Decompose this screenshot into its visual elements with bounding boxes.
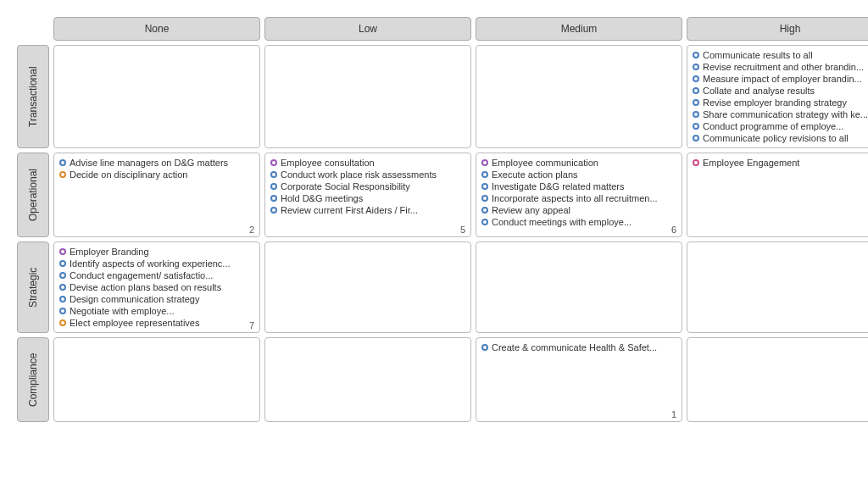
matrix-item[interactable]: Conduct engagement/ satisfactio...: [59, 269, 254, 281]
cell-compliance-none[interactable]: [53, 337, 260, 422]
matrix-item-label: Share communication strategy with ke...: [703, 108, 868, 120]
matrix-item[interactable]: Revise recruitment and other brandin...: [693, 61, 868, 73]
bullet-icon: [481, 195, 488, 202]
matrix-item[interactable]: Conduct programme of employe...: [693, 120, 868, 132]
matrix-item-label: Negotiate with employe...: [70, 305, 175, 317]
cell-transactional-medium[interactable]: [476, 45, 682, 148]
bullet-icon: [693, 111, 699, 118]
matrix-item[interactable]: Employee consultation: [270, 157, 465, 169]
matrix-item[interactable]: Devise action plans based on results: [59, 281, 254, 293]
cell-operational-none[interactable]: Advise line managers on D&G mattersDecid…: [53, 153, 260, 237]
matrix-item[interactable]: Create & communicate Health & Safet...: [481, 341, 676, 353]
bullet-icon: [481, 207, 488, 214]
bullet-icon: [59, 159, 66, 166]
matrix-item-label: Investigate D&G related matters: [492, 180, 625, 192]
matrix-item[interactable]: Employee Engagement: [693, 157, 868, 169]
cell-transactional-high[interactable]: Communicate results to allRevise recruit…: [687, 45, 868, 148]
matrix-item[interactable]: Negotiate with employe...: [59, 305, 254, 317]
bullet-icon: [481, 171, 488, 178]
bullet-icon: [270, 171, 277, 178]
cell-strategic-low[interactable]: [264, 241, 471, 333]
matrix-item-label: Execute action plans: [492, 169, 578, 180]
matrix-item[interactable]: Execute action plans: [481, 169, 676, 180]
matrix-item[interactable]: Employer Branding: [59, 246, 254, 258]
matrix-item[interactable]: Decide on disciplinary action: [59, 169, 254, 180]
bullet-icon: [270, 207, 277, 214]
matrix-item-label: Review any appeal: [492, 204, 570, 216]
bullet-icon: [270, 195, 277, 202]
matrix-item-label: Conduct engagement/ satisfactio...: [70, 269, 213, 281]
matrix-item-label: Conduct work place risk assessments: [281, 169, 437, 180]
matrix-item[interactable]: Share communication strategy with ke...: [693, 108, 868, 120]
cell-count: 1: [671, 409, 676, 419]
cell-transactional-low[interactable]: [264, 45, 471, 148]
matrix-item[interactable]: Conduct work place risk assessments: [270, 169, 465, 180]
col-header-low: Low: [264, 17, 471, 41]
matrix-item[interactable]: Review current First Aiders / Fir...: [270, 204, 465, 216]
matrix-item[interactable]: Corporate Social Responsibility: [270, 180, 465, 192]
bullet-icon: [270, 183, 277, 190]
matrix-item-label: Identify aspects of working experienc...: [70, 258, 231, 269]
matrix-item[interactable]: Review any appeal: [481, 204, 676, 216]
matrix-item[interactable]: Elect employee representatives: [59, 317, 254, 329]
matrix-item-label: Design communication strategy: [70, 293, 199, 305]
cell-transactional-none[interactable]: [53, 45, 260, 148]
row-header-compliance: Compliance: [17, 337, 49, 422]
matrix-item[interactable]: Communicate policy revisions to all: [693, 132, 868, 144]
cell-compliance-high[interactable]: [687, 337, 868, 422]
bullet-icon: [693, 75, 699, 82]
cell-count: 6: [671, 225, 676, 235]
bullet-icon: [59, 319, 66, 326]
cell-compliance-low[interactable]: [264, 337, 471, 422]
bullet-icon: [481, 344, 488, 351]
bullet-icon: [59, 296, 66, 303]
matrix-item[interactable]: Revise employer branding strategy: [693, 97, 868, 108]
matrix-item-label: Decide on disciplinary action: [70, 169, 187, 180]
matrix-item-label: Review current First Aiders / Fir...: [281, 204, 418, 216]
matrix-item[interactable]: Employee communication: [481, 157, 676, 169]
matrix-item[interactable]: Design communication strategy: [59, 293, 254, 305]
bullet-icon: [59, 248, 66, 255]
bullet-icon: [693, 87, 699, 94]
cell-operational-medium[interactable]: Employee communicationExecute action pla…: [476, 153, 682, 237]
cell-strategic-high[interactable]: [687, 241, 868, 333]
matrix-item-label: Incorporate aspects into all recruitmen.…: [492, 192, 658, 204]
matrix-item[interactable]: Advise line managers on D&G matters: [59, 157, 254, 169]
matrix-item-label: Employer Branding: [70, 246, 149, 258]
bullet-icon: [481, 183, 488, 190]
matrix-item[interactable]: Measure impact of employer brandin...: [693, 73, 868, 85]
cell-strategic-none[interactable]: Employer BrandingIdentify aspects of wor…: [53, 241, 260, 333]
cell-count: 2: [249, 225, 254, 235]
bullet-icon: [693, 99, 699, 106]
cell-compliance-medium[interactable]: Create & communicate Health & Safet...1: [476, 337, 682, 422]
bullet-icon: [693, 135, 699, 142]
cell-count: 5: [460, 225, 465, 235]
bullet-icon: [693, 159, 699, 166]
matrix-item-label: Measure impact of employer brandin...: [703, 73, 862, 85]
bullet-icon: [270, 159, 277, 166]
cell-operational-high[interactable]: Employee Engagement1: [687, 153, 868, 237]
matrix-item[interactable]: Communicate results to all: [693, 49, 868, 61]
cell-strategic-medium[interactable]: [476, 241, 682, 333]
matrix-item[interactable]: Hold D&G meetings: [270, 192, 465, 204]
row-header-strategic: Strategic: [17, 241, 49, 333]
matrix-item[interactable]: Incorporate aspects into all recruitmen.…: [481, 192, 676, 204]
bullet-icon: [693, 64, 699, 70]
cell-count: 7: [249, 320, 254, 330]
matrix-item[interactable]: Investigate D&G related matters: [481, 180, 676, 192]
matrix-item-label: Employee Engagement: [703, 157, 799, 169]
bullet-icon: [59, 308, 66, 314]
matrix-item[interactable]: Collate and analyse results: [693, 85, 868, 97]
col-header-none: None: [53, 17, 260, 41]
bullet-icon: [481, 219, 488, 225]
matrix-item-label: Revise employer branding strategy: [703, 97, 847, 108]
cell-operational-low[interactable]: Employee consultationConduct work place …: [264, 153, 471, 237]
matrix-corner: [17, 17, 49, 41]
matrix-item[interactable]: Conduct meetings with employe...: [481, 216, 676, 228]
col-header-medium: Medium: [476, 17, 682, 41]
matrix-item-label: Employee consultation: [281, 157, 375, 169]
matrix-item-label: Conduct programme of employe...: [703, 120, 843, 132]
bullet-icon: [693, 123, 699, 130]
matrix-item[interactable]: Identify aspects of working experienc...: [59, 258, 254, 269]
matrix-item-label: Communicate results to all: [703, 49, 813, 61]
